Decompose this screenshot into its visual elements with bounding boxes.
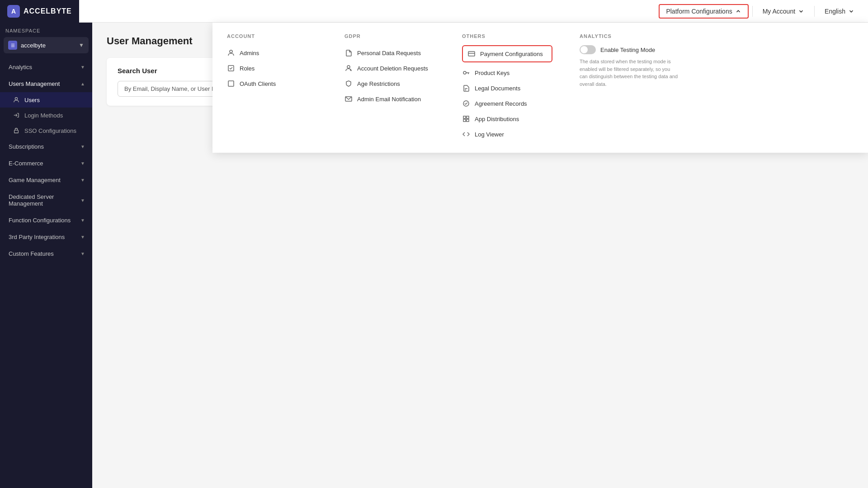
svg-point-11 (463, 71, 466, 74)
dropdown-section-account: ACCOUNT Admins Roles OAuth Clients (227, 33, 317, 142)
enable-testing-mode-toggle[interactable] (580, 45, 596, 54)
roles-label: Roles (240, 65, 255, 72)
toggle-knob (580, 46, 588, 53)
svg-rect-18 (467, 116, 469, 118)
namespace-label: NAMESPACE (0, 23, 92, 37)
ecommerce-chevron-icon: ▼ (80, 161, 85, 166)
dropdown-item-payment-configs[interactable]: Payment Configurations (462, 45, 552, 62)
legal-docs-icon (462, 84, 470, 92)
svg-point-0 (15, 98, 17, 100)
sidebar-item-users-management[interactable]: Users Management ▲ (0, 75, 92, 92)
namespace-arrow-icon: ▼ (79, 42, 84, 48)
dropdown-others-title: OTHERS (462, 33, 552, 39)
game-management-chevron-icon: ▼ (80, 178, 85, 183)
sidebar-item-ecommerce-label: E-Commerce (9, 160, 43, 167)
dropdown-item-roles[interactable]: Roles (227, 61, 317, 76)
namespace-selector[interactable]: ☰ accelbyte ▼ (4, 37, 89, 53)
dropdown-analytics-title: ANALYTICS (580, 33, 688, 39)
dropdown-gdpr-title: GDPR (344, 33, 435, 39)
admin-email-label: Admin Email Notification (357, 96, 421, 103)
age-restrictions-label: Age Restrictions (357, 80, 400, 87)
payment-card-icon (467, 50, 476, 58)
dropdown-section-gdpr: GDPR Personal Data Requests Account Dele… (344, 33, 435, 142)
my-account-button[interactable]: My Account (756, 5, 811, 18)
sidebar-item-analytics[interactable]: Analytics ▼ (0, 59, 92, 75)
dropdown-account-title: ACCOUNT (227, 33, 317, 39)
dropdown-section-others: OTHERS Payment Configurations Product Ke… (462, 33, 552, 142)
dropdown-item-oauth-clients[interactable]: OAuth Clients (227, 76, 317, 91)
svg-point-6 (347, 66, 350, 68)
dropdown-item-admin-email[interactable]: Admin Email Notification (344, 91, 435, 107)
top-navigation: A ACCELBYTE Platform Configurations My A… (0, 0, 868, 23)
sidebar-item-subscriptions-label: Subscriptions (9, 143, 44, 150)
users-person-icon (13, 96, 20, 103)
sidebar-item-subscriptions[interactable]: Subscriptions ▼ (0, 138, 92, 155)
sidebar-subitem-users[interactable]: Users (0, 92, 92, 108)
svg-rect-20 (467, 119, 469, 122)
agreement-records-icon (462, 99, 470, 108)
svg-rect-5 (228, 81, 234, 86)
product-keys-icon (462, 69, 470, 77)
sidebar-item-function-configs-label: Function Configurations (9, 217, 71, 224)
language-button[interactable]: English (818, 5, 861, 18)
chevron-up-icon (735, 8, 741, 14)
age-restrictions-shield-icon (344, 80, 353, 88)
dropdown-item-age-restrictions[interactable]: Age Restrictions (344, 76, 435, 91)
sidebar-item-function-configs[interactable]: Function Configurations ▼ (0, 212, 92, 229)
svg-rect-9 (468, 52, 475, 56)
topnav-divider-2 (814, 6, 815, 17)
sidebar-item-custom-features[interactable]: Custom Features ▼ (0, 245, 92, 262)
personal-data-file-icon (344, 49, 353, 57)
account-deletion-icon (344, 64, 353, 72)
sidebar-item-3rd-party[interactable]: 3rd Party Integrations ▼ (0, 229, 92, 245)
sidebar: NAMESPACE ☰ accelbyte ▼ Analytics ▼ User… (0, 23, 92, 488)
dropdown-item-personal-data[interactable]: Personal Data Requests (344, 45, 435, 61)
personal-data-label: Personal Data Requests (357, 50, 421, 56)
admins-person-icon (227, 49, 235, 57)
sidebar-subitem-login-methods[interactable]: Login Methods (0, 108, 92, 123)
dropdown-item-account-deletion[interactable]: Account Deletion Requests (344, 61, 435, 76)
dedicated-server-chevron-icon: ▼ (80, 198, 85, 203)
svg-point-3 (230, 50, 232, 53)
roles-icon (227, 64, 235, 72)
search-placeholder-text: By Email, Display Name, or User Name (124, 85, 227, 92)
lock-icon (13, 127, 20, 134)
function-configs-chevron-icon: ▼ (80, 218, 85, 223)
dropdown-item-product-keys[interactable]: Product Keys (462, 65, 552, 80)
chevron-down-icon (798, 8, 804, 14)
dropdown-item-admins[interactable]: Admins (227, 45, 317, 61)
sidebar-item-game-management-label: Game Management (9, 177, 61, 183)
admins-label: Admins (240, 50, 259, 56)
sidebar-item-ecommerce[interactable]: E-Commerce ▼ (0, 155, 92, 172)
dropdown-section-analytics: ANALYTICS Enable Testing Mode The data s… (580, 33, 688, 142)
payment-configs-label: Payment Configurations (480, 51, 543, 57)
platform-dropdown: ACCOUNT Admins Roles OAuth Clients GDPR (212, 23, 868, 153)
product-keys-label: Product Keys (475, 70, 509, 76)
oauth-clients-label: OAuth Clients (240, 80, 276, 87)
legal-documents-label: Legal Documents (475, 85, 520, 92)
svg-rect-19 (463, 119, 466, 122)
sidebar-item-dedicated-server[interactable]: Dedicated Server Management ▼ (0, 188, 92, 212)
oauth-clients-icon (227, 80, 235, 88)
dropdown-item-legal-documents[interactable]: Legal Documents (462, 80, 552, 96)
dropdown-item-app-distributions[interactable]: App Distributions (462, 111, 552, 127)
svg-rect-17 (463, 116, 466, 118)
platform-configurations-button[interactable]: Platform Configurations (659, 4, 748, 19)
sidebar-item-analytics-label: Analytics (9, 64, 32, 70)
sidebar-item-users-management-label: Users Management (9, 80, 60, 87)
namespace-icon: ☰ (8, 41, 17, 50)
dropdown-item-log-viewer[interactable]: Log Viewer (462, 127, 552, 142)
language-chevron-icon (848, 8, 854, 14)
sidebar-subitem-sso-configurations[interactable]: SSO Configurations (0, 123, 92, 138)
namespace-value: accelbyte (21, 42, 46, 49)
sidebar-item-game-management[interactable]: Game Management ▼ (0, 172, 92, 188)
sidebar-subitem-login-methods-label: Login Methods (24, 112, 63, 119)
sidebar-item-custom-features-label: Custom Features (9, 250, 54, 257)
dropdown-item-agreement-records[interactable]: Agreement Records (462, 96, 552, 111)
agreement-records-label: Agreement Records (475, 100, 527, 107)
analytics-chevron-icon: ▼ (80, 65, 85, 70)
admin-email-mail-icon (344, 95, 353, 103)
logo[interactable]: A ACCELBYTE (0, 0, 79, 23)
app-distributions-grid-icon (462, 115, 470, 123)
sidebar-item-3rd-party-label: 3rd Party Integrations (9, 234, 65, 240)
